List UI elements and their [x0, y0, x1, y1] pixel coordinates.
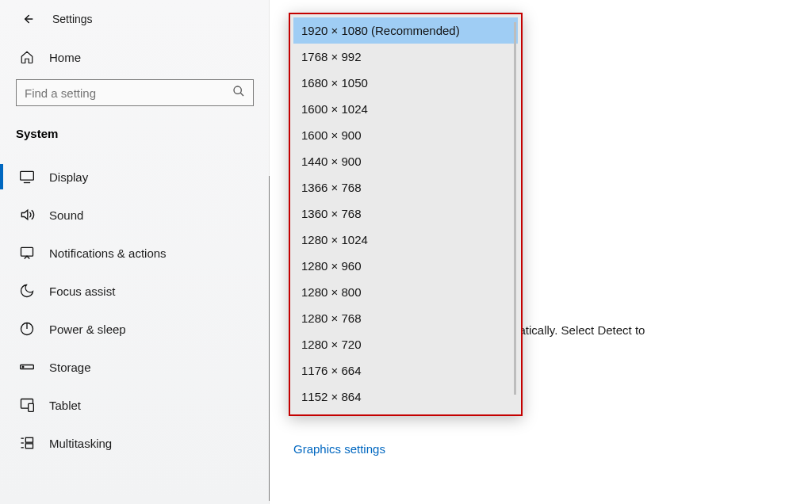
section-header: System	[0, 120, 269, 158]
resolution-list: 1920 × 1080 (Recommended)1768 × 9921680 …	[290, 14, 521, 414]
svg-marker-5	[21, 210, 27, 220]
nav-label: Power & sleep	[49, 323, 126, 336]
sidebar: Settings Home System Display	[0, 0, 270, 504]
sound-icon	[19, 207, 35, 223]
nav-item-sound[interactable]: Sound	[0, 196, 269, 234]
search-field[interactable]	[25, 86, 232, 100]
resolution-option[interactable]: 1600 × 900	[293, 122, 518, 148]
nav-item-power[interactable]: Power & sleep	[0, 310, 269, 348]
nav-label: Tablet	[49, 399, 81, 412]
search-icon	[232, 85, 245, 101]
resolution-option[interactable]: 1152 × 864	[293, 384, 518, 410]
notifications-icon	[19, 245, 35, 261]
home-icon	[19, 49, 35, 65]
resolution-dropdown[interactable]: 1920 × 1080 (Recommended)1768 × 9921680 …	[289, 13, 523, 416]
nav-list: Display Sound Notifications & actions Fo…	[0, 158, 269, 462]
dropdown-scrollbar[interactable]	[514, 22, 516, 395]
background-text: matically. Select Detect to	[509, 323, 645, 337]
nav-label: Sound	[49, 208, 83, 222]
nav-item-notifications[interactable]: Notifications & actions	[0, 234, 269, 272]
back-button[interactable]	[19, 11, 35, 27]
resolution-option[interactable]: 1280 × 1024	[293, 227, 518, 253]
svg-point-1	[234, 86, 241, 94]
nav-item-multitasking[interactable]: Multitasking	[0, 424, 269, 462]
svg-rect-6	[21, 247, 33, 256]
resolution-option[interactable]: 1280 × 800	[293, 279, 518, 305]
svg-rect-12	[29, 403, 34, 411]
nav-item-storage[interactable]: Storage	[0, 348, 269, 386]
nav-label: Storage	[49, 361, 91, 374]
resolution-option[interactable]: 1768 × 992	[293, 44, 518, 70]
svg-rect-16	[25, 437, 33, 442]
window-title: Settings	[52, 13, 93, 25]
nav-label: Display	[49, 170, 88, 184]
topbar: Settings	[0, 8, 269, 41]
resolution-option[interactable]: 1600 × 1024	[293, 96, 518, 122]
resolution-option[interactable]: 1360 × 768	[293, 200, 518, 227]
nav-item-display[interactable]: Display	[0, 158, 269, 196]
graphics-settings-link[interactable]: Graphics settings	[293, 442, 385, 456]
resolution-option[interactable]: 1920 × 1080 (Recommended)	[293, 17, 518, 44]
nav-item-focus[interactable]: Focus assist	[0, 272, 269, 310]
svg-line-2	[240, 93, 243, 96]
content-area: matically. Select Detect to 1920 × 1080 …	[270, 0, 812, 504]
resolution-option[interactable]: 1280 × 960	[293, 253, 518, 279]
resolution-option[interactable]: 1280 × 768	[293, 305, 518, 331]
nav-item-tablet[interactable]: Tablet	[0, 386, 269, 424]
storage-icon	[19, 359, 35, 375]
multitasking-icon	[19, 435, 35, 451]
svg-rect-3	[21, 171, 34, 180]
power-icon	[19, 321, 35, 337]
resolution-option[interactable]: 1366 × 768	[293, 174, 518, 200]
focus-icon	[19, 283, 35, 299]
search-input[interactable]	[16, 79, 254, 106]
tablet-icon	[19, 397, 35, 413]
resolution-option[interactable]: 1176 × 664	[293, 357, 518, 384]
resolution-option[interactable]: 1680 × 1050	[293, 70, 518, 96]
back-arrow-icon	[20, 12, 34, 26]
svg-point-10	[22, 366, 24, 368]
nav-label: Notifications & actions	[49, 246, 167, 260]
display-icon	[19, 169, 35, 185]
home-label: Home	[49, 51, 81, 64]
resolution-option[interactable]: 1440 × 900	[293, 148, 518, 174]
nav-label: Multitasking	[49, 437, 112, 450]
nav-label: Focus assist	[49, 284, 115, 298]
home-nav[interactable]: Home	[0, 41, 269, 79]
svg-rect-17	[25, 444, 33, 449]
resolution-option[interactable]: 1280 × 720	[293, 331, 518, 357]
